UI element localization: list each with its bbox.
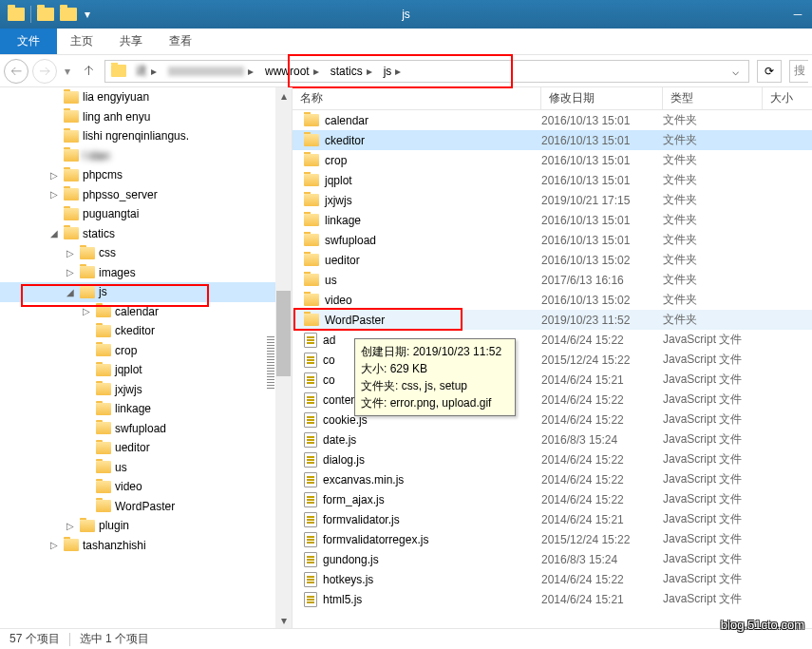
file-row[interactable]: html5.js2014/6/24 15:21JavaScript 文件 (293, 589, 812, 609)
tree-item[interactable]: video (0, 477, 292, 497)
expander-icon[interactable]: ▷ (48, 189, 60, 200)
tree-item[interactable]: lishi ngrenqinliangus. (0, 126, 292, 146)
tree-item[interactable]: ling anh enyu (0, 107, 292, 127)
tree-item[interactable]: ▷calendar (0, 302, 292, 322)
refresh-button[interactable]: ⟳ (757, 60, 782, 83)
col-name[interactable]: 名称 (293, 87, 541, 109)
scroll-down-icon[interactable]: ▾ (275, 612, 292, 628)
crumb-statics[interactable]: statics▸ (325, 61, 378, 82)
scroll-thumb[interactable] (276, 291, 291, 376)
file-row[interactable]: linkage2016/10/13 15:01文件夹 (293, 210, 812, 230)
tree-item[interactable]: ◢js (0, 282, 292, 302)
file-row[interactable]: gundong.js2016/8/3 15:24JavaScript 文件 (293, 549, 812, 569)
crumb-root[interactable]: 这▸ (130, 61, 162, 82)
tree-item[interactable]: linkage (0, 399, 292, 419)
file-type: JavaScript 文件 (663, 571, 763, 587)
file-row[interactable]: hotkeys.js2014/6/24 15:22JavaScript 文件 (293, 569, 812, 589)
file-row[interactable]: swfupload2016/10/13 15:01文件夹 (293, 230, 812, 250)
col-type[interactable]: 类型 (663, 87, 763, 109)
tree-item[interactable]: WordPaster (0, 497, 292, 517)
file-row[interactable]: video2016/10/13 15:02文件夹 (293, 290, 812, 310)
file-row[interactable]: crop2016/10/13 15:01文件夹 (293, 150, 812, 170)
file-date: 2016/10/13 15:01 (541, 214, 663, 227)
tree-item[interactable]: ▷css (0, 243, 292, 263)
tree-item[interactable]: ueditor (0, 438, 292, 458)
tree-item[interactable]: jxjwjs (0, 380, 292, 400)
folder-icon (64, 169, 79, 181)
col-date[interactable]: 修改日期 (541, 87, 663, 109)
file-row[interactable]: excanvas.min.js2014/6/24 15:22JavaScript… (293, 469, 812, 489)
window-title: js (402, 8, 410, 21)
nav-tree[interactable]: lia engyiyuan ling anh enyu lishi ngrenq… (0, 87, 292, 628)
tree-item[interactable]: jqplot (0, 360, 292, 380)
scroll-up-icon[interactable]: ▴ (275, 87, 292, 104)
tree-item[interactable]: ckeditor (0, 321, 292, 341)
folder-icon (304, 234, 319, 246)
search-input[interactable]: 搜 (789, 60, 808, 83)
file-date: 2014/6/24 15:22 (541, 493, 663, 506)
folder-icon (64, 130, 79, 143)
expander-icon[interactable]: ▷ (65, 248, 76, 258)
minimize-button[interactable]: ─ (784, 3, 812, 26)
resize-handle[interactable] (267, 336, 274, 390)
file-row[interactable]: date.js2016/8/3 15:24JavaScript 文件 (293, 429, 812, 449)
tree-item[interactable]: ▷images (0, 263, 292, 283)
file-row[interactable]: dialog.js2014/6/24 15:22JavaScript 文件 (293, 449, 812, 469)
folder-icon (96, 500, 111, 512)
tree-item[interactable]: ▷phpsso_server (0, 185, 292, 205)
file-row[interactable]: us2017/6/13 16:16文件夹 (293, 270, 812, 290)
expander-icon[interactable]: ▷ (48, 170, 60, 181)
tree-item[interactable]: ▷phpcms (0, 165, 292, 185)
tree-item-label: swfupload (115, 422, 166, 435)
tree-item[interactable]: ▷plugin (0, 516, 292, 536)
file-row[interactable]: jxjwjs2019/10/21 17:15文件夹 (293, 190, 812, 210)
file-row[interactable]: ckeditor2016/10/13 15:01文件夹 (293, 130, 812, 150)
file-tab[interactable]: 文件 (0, 29, 57, 54)
tree-item[interactable]: crop (0, 341, 292, 361)
tree-item[interactable]: swfupload (0, 419, 292, 439)
file-row[interactable]: form_ajax.js2014/6/24 15:22JavaScript 文件 (293, 489, 812, 509)
expander-icon[interactable]: ◢ (65, 287, 76, 297)
address-bar[interactable]: 这▸ ▸ wwwroot▸ statics▸ js▸ ⌵ (104, 60, 749, 83)
qat-dropdown-icon[interactable]: ▾ (85, 8, 90, 21)
history-dropdown[interactable]: ▾ (61, 65, 74, 78)
file-name: hotkeys.js (323, 573, 373, 586)
crumb-wwwroot[interactable]: wwwroot▸ (259, 61, 325, 82)
address-dropdown-icon[interactable]: ⌵ (725, 65, 746, 78)
tree-item[interactable]: us (0, 458, 292, 478)
file-row[interactable]: WordPaster2019/10/23 11:52文件夹 (293, 310, 812, 330)
file-date: 2019/10/23 11:52 (541, 314, 663, 327)
tree-item[interactable]: lia engyiyuan (0, 87, 292, 107)
tooltip: 创建日期: 2019/10/23 11:52 大小: 629 KB 文件夹: c… (354, 338, 516, 416)
tree-scrollbar[interactable]: ▴ ▾ (275, 87, 292, 628)
file-row[interactable]: calendar2016/10/13 15:01文件夹 (293, 110, 812, 130)
expander-icon[interactable]: ▷ (81, 306, 92, 316)
file-date: 2014/6/24 15:21 (541, 373, 663, 387)
file-row[interactable]: formvalidator.js2014/6/24 15:21JavaScrip… (293, 509, 812, 529)
tree-item[interactable]: l idan (0, 146, 292, 166)
column-header[interactable]: 名称 修改日期 类型 大小 (293, 87, 812, 110)
crumb-js[interactable]: js▸ (378, 61, 407, 82)
back-button[interactable]: 🡠 (4, 59, 28, 84)
tree-item-label: jxjwjs (115, 383, 142, 396)
file-name: gundong.js (323, 553, 379, 566)
tab-share[interactable]: 共享 (106, 29, 156, 54)
file-row[interactable]: formvalidatorregex.js2015/12/24 15:22Jav… (293, 529, 812, 549)
tab-view[interactable]: 查看 (156, 29, 205, 54)
tree-item[interactable]: puguangtai (0, 204, 292, 224)
crumb-hidden[interactable]: ▸ (162, 61, 259, 82)
expander-icon[interactable]: ▷ (65, 267, 76, 277)
tree-item[interactable]: ▷tashanzhishi (0, 536, 292, 556)
qat-icon-1[interactable] (37, 8, 54, 21)
expander-icon[interactable]: ◢ (48, 228, 60, 239)
tab-home[interactable]: 主页 (57, 29, 106, 54)
file-row[interactable]: jqplot2016/10/13 15:01文件夹 (293, 170, 812, 190)
tree-item[interactable]: ◢statics (0, 224, 292, 244)
file-date: 2015/12/24 15:22 (541, 533, 663, 546)
up-button[interactable]: 🡡 (78, 60, 101, 83)
expander-icon[interactable]: ▷ (48, 540, 60, 550)
file-row[interactable]: ueditor2016/10/13 15:02文件夹 (293, 250, 812, 270)
expander-icon[interactable]: ▷ (65, 521, 76, 531)
col-size[interactable]: 大小 (763, 87, 801, 109)
qat-icon-2[interactable] (60, 8, 77, 21)
